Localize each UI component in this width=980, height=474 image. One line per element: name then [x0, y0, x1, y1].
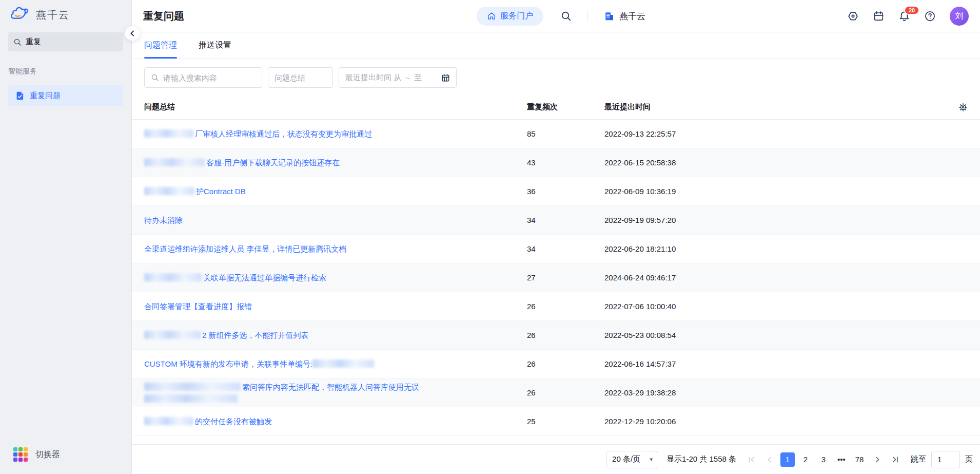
- main-content: 重复问题 服务门户 燕千: [132, 0, 980, 474]
- notification-badge: 20: [904, 6, 919, 15]
- pagination-page-button[interactable]: 3: [816, 452, 831, 467]
- table-row: 合同签署管理【查看进度】报错262022-07-06 10:00:40: [132, 292, 980, 321]
- column-settings-button[interactable]: [954, 103, 968, 112]
- date-range-filter[interactable]: 最近提出时间 从 ~ 至: [339, 67, 457, 88]
- workbench-button[interactable]: [847, 10, 859, 22]
- issue-summary-link[interactable]: 待办未消除: [144, 216, 183, 224]
- issue-summary-link[interactable]: 护Contract DB: [196, 187, 246, 196]
- top-right-icons: 20 刘: [847, 7, 969, 26]
- page-number-buttons: 123•••78: [780, 452, 867, 467]
- jump-page-input[interactable]: [931, 451, 960, 468]
- sidebar-item-duplicate-issues[interactable]: 重复问题: [8, 85, 123, 106]
- redacted-text: [144, 394, 238, 403]
- page-size-select[interactable]: 20 条/页 ▾: [606, 451, 658, 468]
- latest-time: 2024-06-24 09:46:17: [604, 273, 968, 282]
- chevron-down-icon: ▾: [650, 456, 653, 463]
- service-portal-label: 服务门户: [500, 11, 533, 22]
- issue-summary-cell: 关联单据无法通过单据编号进行检索: [144, 272, 527, 283]
- calendar-icon: [441, 73, 450, 82]
- brand-name: 燕千云: [36, 8, 70, 22]
- pagination-page-button[interactable]: 1: [780, 452, 795, 467]
- issue-summary-link[interactable]: 2 新组件多选，不能打开值列表: [202, 331, 309, 339]
- latest-time: 2022-05-23 00:08:54: [604, 331, 968, 339]
- organization-switcher[interactable]: 燕千云: [604, 10, 645, 22]
- issue-summary-link[interactable]: 的交付任务没有被触发: [195, 417, 272, 426]
- sidebar-collapse-button[interactable]: [125, 26, 140, 41]
- pagination-bar: 20 条/页 ▾ 显示1-20 共 1558 条 123•••78: [132, 444, 980, 474]
- global-search-button[interactable]: [561, 11, 572, 22]
- issue-summary-link[interactable]: 全渠道运维组许添加运维人员 李佳昱，详情已更新腾讯文档: [144, 244, 346, 253]
- redacted-text: [144, 187, 194, 195]
- switcher-button[interactable]: 切换器: [0, 447, 131, 474]
- date-separator: ~: [405, 73, 410, 82]
- user-avatar[interactable]: 刘: [950, 7, 969, 26]
- pagination-page-button[interactable]: 2: [798, 452, 813, 467]
- redacted-text: [144, 158, 205, 166]
- last-page-icon: [892, 456, 899, 463]
- calendar-button[interactable]: [873, 10, 885, 22]
- divider: [587, 10, 587, 22]
- table-row: 待办未消除342022-09-19 09:57:20: [132, 206, 980, 235]
- issue-summary-link[interactable]: 厂审核人经理审核通过后，状态没有变更为审批通过: [195, 129, 372, 138]
- latest-time: 2022-06-16 14:57:37: [604, 359, 968, 368]
- summary-filter-field[interactable]: [268, 67, 333, 88]
- top-bar: 重复问题 服务门户 燕千: [132, 0, 980, 32]
- table-row: 的交付任务没有被触发252022-12-29 10:20:06: [132, 407, 980, 436]
- notifications-button[interactable]: 20: [898, 10, 910, 22]
- repeat-count: 36: [527, 187, 604, 196]
- document-check-icon: [15, 91, 25, 101]
- pagination-next-button[interactable]: [870, 452, 885, 467]
- redacted-text: [144, 417, 193, 425]
- redacted-text: [144, 273, 202, 281]
- column-header-time: 最近提出时间: [604, 102, 954, 112]
- pagination-last-button[interactable]: [888, 452, 903, 467]
- issue-summary-link[interactable]: 合同签署管理【查看进度】报错: [144, 302, 252, 311]
- switcher-grid-icon: [13, 447, 28, 462]
- latest-time: 2022-06-15 20:58:38: [604, 158, 968, 167]
- repeat-count: 26: [527, 331, 604, 339]
- switcher-dot: [18, 452, 23, 457]
- latest-time: 2022-03-29 19:38:28: [604, 388, 968, 397]
- service-portal-button[interactable]: 服务门户: [477, 7, 543, 26]
- sidebar-search-input[interactable]: [26, 37, 118, 46]
- redacted-text: [144, 383, 241, 391]
- issue-summary-link[interactable]: CUSTOM 环境有新的发布申请，关联事件单编号:: [144, 359, 312, 368]
- tab-issue-management[interactable]: 问题管理: [144, 32, 177, 59]
- repeat-count: 25: [527, 417, 604, 426]
- keyword-search-field[interactable]: [144, 67, 262, 88]
- pagination-prev-button[interactable]: [762, 452, 777, 467]
- issue-summary-link[interactable]: 客服-用户侧下载聊天记录的按钮还存在: [206, 158, 340, 167]
- repeat-count: 85: [527, 129, 604, 138]
- pagination-first-button[interactable]: [744, 452, 759, 467]
- sidebar-search-box[interactable]: [8, 32, 123, 51]
- redacted-text: [144, 129, 193, 138]
- page-size-value: 20 条/页: [612, 454, 640, 464]
- jump-unit: 页: [965, 454, 973, 464]
- table-row: 护Contract DB362022-06-09 10:36:19: [132, 177, 980, 206]
- chevron-left-icon: [129, 30, 135, 36]
- issue-summary-cell: 全渠道运维组许添加运维人员 李佳昱，详情已更新腾讯文档: [144, 243, 527, 255]
- search-icon: [151, 73, 159, 82]
- summary-filter-input[interactable]: [275, 73, 326, 82]
- keyword-search-input[interactable]: [163, 73, 256, 82]
- page-title: 重复问题: [143, 9, 184, 23]
- brand: 燕千云: [0, 0, 131, 26]
- switcher-dot: [18, 458, 23, 462]
- building-icon: [604, 11, 615, 22]
- pagination-page-button[interactable]: 78: [852, 452, 867, 467]
- switcher-dot: [18, 447, 23, 451]
- latest-time: 2022-09-13 22:25:57: [604, 129, 968, 138]
- latest-time: 2022-07-06 10:00:40: [604, 302, 968, 311]
- redacted-text: [144, 331, 201, 339]
- organization-name: 燕千云: [619, 10, 645, 22]
- home-icon: [487, 11, 496, 21]
- help-button[interactable]: [924, 10, 936, 22]
- pagination-ellipsis-button[interactable]: •••: [834, 452, 849, 467]
- issue-summary-link[interactable]: 关联单据无法通过单据编号进行检索: [203, 273, 326, 282]
- chevron-right-icon: [874, 456, 881, 463]
- search-icon: [13, 38, 22, 46]
- repeat-count: 26: [527, 359, 604, 368]
- issue-summary-link[interactable]: 索问答库内容无法匹配，智能机器人问答库使用无误: [242, 383, 419, 391]
- tab-push-settings[interactable]: 推送设置: [199, 32, 231, 59]
- switcher-dot: [24, 447, 28, 451]
